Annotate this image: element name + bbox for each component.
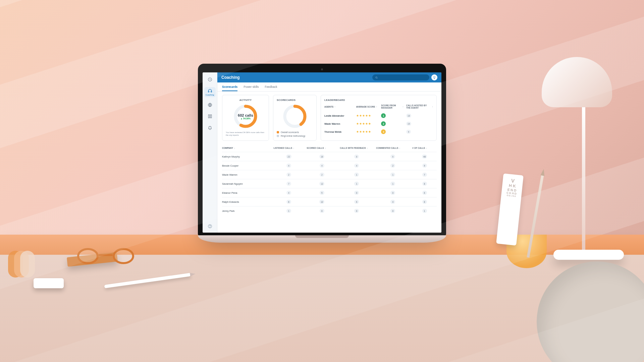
commented-chip: 2 — [390, 164, 395, 168]
listened-chip: 7 — [286, 182, 291, 186]
search-icon — [375, 76, 378, 79]
page-title: Coaching — [221, 75, 240, 80]
table-row[interactable]: Jenny Park 1 0 0 0 1 — [222, 206, 437, 215]
count-chip: 8 — [422, 182, 427, 186]
sort-icon: ↕ — [334, 106, 335, 108]
headset-icon — [208, 88, 212, 93]
leaderboard-card: LEADERBOARD AGENTS↕ AVERAGE SCORE↕ SCORE… — [321, 95, 437, 141]
rail-item-global[interactable] — [204, 101, 216, 109]
activity-donut: 602 calls ▲ 54.36% — [233, 104, 258, 128]
svg-rect-4 — [208, 115, 210, 118]
leaderboard-title: LEADERBOARD — [324, 99, 433, 102]
leaderboard-row[interactable]: Wade Warren 2 15 — [324, 120, 433, 128]
feedback-chip: 8 — [354, 155, 359, 159]
scorecards-card: SCORECARDS Overall scorecards RingCentra… — [273, 95, 317, 141]
feedback-chip: 6 — [354, 200, 359, 204]
library-icon — [208, 114, 212, 119]
th-count[interactable]: # OF CALLS↕ — [412, 147, 437, 149]
star-rating — [356, 114, 379, 117]
th-scored[interactable]: SCORED CALLS↕ — [307, 147, 337, 149]
rail-item-recent[interactable] — [204, 76, 216, 83]
clock-icon — [208, 77, 212, 82]
scored-chip: 12 — [319, 182, 324, 186]
hosted-count: 18 — [406, 114, 411, 118]
commented-chip: 0 — [390, 209, 395, 213]
eyeglasses — [77, 248, 134, 268]
legend-method: RingCentral methodology — [281, 135, 305, 137]
row-name: Jenny Park — [222, 209, 271, 213]
lightbulb-icon — [433, 76, 436, 79]
row-name: Bessie Cooper — [222, 164, 271, 167]
table-row[interactable]: Ralph Edwards 8 12 6 4 8 — [222, 197, 437, 206]
commented-chip: 4 — [390, 200, 395, 204]
count-chip: 6 — [422, 191, 427, 195]
manager-score-badge: 1 — [381, 113, 386, 118]
table-row[interactable]: Eleanor Pena 4 5 0 0 6 — [222, 188, 437, 197]
th-listened[interactable]: LISTENED CALLS↕ — [273, 147, 304, 149]
th-company[interactable]: COMPANY↕ — [222, 147, 271, 149]
count-chip: 48 — [422, 155, 427, 159]
tips-button[interactable] — [431, 74, 437, 80]
activity-card: ACTIVITY 602 calls ▲ 54.36% — [222, 95, 269, 141]
listened-chip: 8 — [286, 200, 291, 204]
svg-rect-2 — [211, 91, 211, 93]
agent-name: Leslie Alexander — [324, 114, 354, 117]
manager-score-badge: 3 — [381, 129, 386, 134]
col-mgr-score[interactable]: SCORE FROM MANAGER↕ — [381, 104, 404, 109]
manager-score-badge: 2 — [381, 121, 386, 126]
legend-overall: Overall scorecards — [281, 131, 299, 133]
scored-chip: 12 — [319, 200, 324, 204]
col-agents[interactable]: AGENTS↕ — [324, 106, 354, 108]
table-row[interactable]: Kathryn Murphy 22 18 8 6 48 — [222, 152, 437, 161]
search-input[interactable] — [372, 74, 429, 80]
help-circle-icon — [208, 224, 212, 229]
col-avg-score[interactable]: AVERAGE SCORE↕ — [356, 106, 379, 108]
commented-chip: 1 — [390, 182, 395, 186]
rail-item-help[interactable] — [208, 224, 212, 230]
row-name: Kathryn Murphy — [222, 155, 271, 158]
tab-scorecards[interactable]: Scorecards — [222, 85, 237, 91]
side-rail: Coaching — [203, 72, 217, 233]
scored-chip: 4 — [320, 164, 324, 168]
th-feedback[interactable]: CALLS WITH FEEDBACK↕ — [340, 147, 373, 149]
tab-power-skills[interactable]: Power skills — [244, 85, 259, 91]
row-name: Wade Warren — [222, 173, 271, 176]
feedback-chip: 1 — [354, 182, 359, 186]
feedback-chip: 0 — [354, 191, 359, 195]
commented-chip: 6 — [390, 155, 395, 159]
feedback-chip: 1 — [354, 173, 359, 177]
svg-point-8 — [376, 76, 377, 78]
agent-name: Wade Warren — [324, 122, 354, 125]
activity-title: ACTIVITY — [239, 99, 252, 102]
col-hosted[interactable]: CALLS HOSTED BY THE AGENT↕ — [406, 104, 433, 109]
app-screen: Coaching Coaching — [203, 72, 441, 233]
star-rating — [356, 130, 379, 133]
table-row[interactable]: Wade Warren 2 2 1 1 7 — [222, 170, 437, 179]
rail-item-coaching[interactable]: Coaching — [204, 87, 216, 97]
agent-name: Theresa Webb — [324, 130, 354, 133]
rail-item-alerts[interactable] — [204, 124, 216, 131]
listened-chip: 1 — [286, 209, 291, 213]
legend-swatch-overall — [277, 131, 279, 133]
table-row[interactable]: Bessie Cooper 4 4 4 2 9 — [222, 161, 437, 170]
topbar: Coaching — [217, 72, 441, 82]
listened-chip: 22 — [286, 155, 291, 159]
company-table: COMPANY↕ LISTENED CALLS↕ SCORED CALLS↕ C… — [222, 145, 437, 215]
th-commented[interactable]: COMMENTED CALLS↕ — [376, 147, 410, 149]
row-name: Eleanor Pena — [222, 191, 271, 194]
count-chip: 9 — [422, 164, 427, 168]
listened-chip: 4 — [286, 191, 291, 195]
scored-chip: 18 — [319, 155, 324, 159]
scorecards-donut — [283, 104, 307, 128]
desk-lamp — [533, 57, 624, 107]
leaderboard-row[interactable]: Theresa Webb 3 9 — [324, 128, 433, 136]
listened-chip: 4 — [286, 164, 291, 168]
tab-feedback[interactable]: Feedback — [265, 85, 277, 91]
rail-item-library[interactable] — [204, 113, 216, 120]
tabs: Scorecards Power skills Feedback — [217, 82, 441, 92]
row-name: Savannah Nguyen — [222, 182, 271, 185]
leaderboard-row[interactable]: Leslie Alexander 1 18 — [324, 112, 433, 120]
svg-rect-5 — [210, 115, 212, 118]
table-row[interactable]: Savannah Nguyen 7 12 1 1 8 — [222, 179, 437, 188]
scored-chip: 5 — [320, 191, 324, 195]
